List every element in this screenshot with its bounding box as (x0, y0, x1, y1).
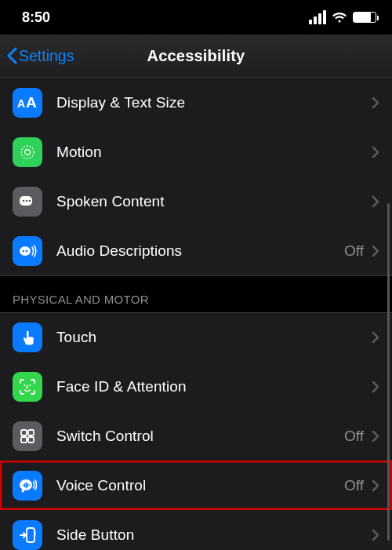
row-side-button[interactable]: Side Button (0, 510, 392, 550)
row-detail: Off (344, 242, 364, 260)
chevron-right-icon (372, 331, 379, 344)
row-audio-descriptions[interactable]: Audio Descriptions Off (0, 226, 392, 275)
svg-point-10 (26, 250, 28, 252)
row-detail: Off (344, 428, 364, 445)
row-switch-control[interactable]: Switch Control Off (0, 411, 392, 461)
row-detail: Off (344, 477, 364, 494)
row-spoken-content[interactable]: Spoken Content (0, 177, 392, 226)
svg-point-12 (30, 384, 31, 386)
svg-point-3 (25, 149, 31, 155)
chevron-right-icon (372, 430, 379, 443)
text-size-icon: AA (13, 88, 42, 118)
row-touch[interactable]: Touch (0, 312, 392, 362)
chevron-right-icon (372, 529, 379, 541)
audio-descriptions-icon (13, 236, 42, 266)
chevron-right-icon (372, 381, 379, 393)
section-header-physical-motor: PHYSICAL AND MOTOR (0, 275, 392, 312)
spoken-content-icon (13, 187, 42, 217)
wifi-icon (332, 12, 347, 24)
svg-rect-15 (21, 437, 27, 443)
settings-screen: 8:50 Settings Accessibility AA Display &… (0, 0, 392, 550)
row-label: Side Button (56, 526, 372, 544)
chevron-right-icon (372, 146, 379, 158)
nav-bar: Settings Accessibility (0, 35, 392, 78)
page-title: Accessibility (147, 47, 245, 65)
svg-point-11 (24, 384, 26, 386)
status-indicators (309, 10, 376, 24)
row-label: Spoken Content (56, 193, 372, 210)
status-time: 8:50 (22, 9, 50, 26)
row-faceid-attention[interactable]: Face ID & Attention (0, 362, 392, 411)
row-display-text-size[interactable]: AA Display & Text Size (0, 78, 392, 127)
row-label: Audio Descriptions (56, 242, 344, 260)
svg-text:A: A (26, 95, 37, 111)
row-label: Switch Control (56, 428, 344, 445)
chevron-right-icon (372, 97, 379, 109)
touch-icon (13, 322, 42, 352)
svg-point-9 (23, 250, 25, 252)
svg-rect-13 (21, 430, 27, 435)
side-button-icon (13, 520, 42, 550)
svg-rect-14 (28, 430, 34, 435)
svg-point-5 (23, 199, 25, 202)
svg-point-2 (21, 146, 34, 158)
back-label: Settings (19, 47, 74, 65)
cellular-icon (309, 10, 326, 24)
row-voice-control[interactable]: Voice Control Off (0, 461, 392, 510)
row-label: Motion (56, 144, 372, 161)
svg-rect-16 (28, 437, 34, 443)
row-label: Display & Text Size (56, 94, 372, 111)
row-label: Voice Control (56, 477, 344, 494)
row-label: Face ID & Attention (56, 378, 372, 395)
chevron-left-icon (6, 47, 17, 64)
settings-list: AA Display & Text Size Motion Spoken (0, 78, 392, 550)
row-motion[interactable]: Motion (0, 127, 392, 177)
battery-icon (353, 12, 376, 23)
chevron-right-icon (372, 479, 379, 492)
status-bar: 8:50 (0, 0, 392, 35)
chevron-right-icon (372, 195, 379, 208)
svg-point-8 (20, 246, 31, 256)
motion-icon (13, 137, 42, 167)
row-label: Touch (56, 329, 372, 346)
svg-point-6 (26, 199, 28, 202)
svg-rect-18 (27, 528, 34, 542)
scroll-indicator (387, 203, 390, 541)
switch-control-icon (13, 421, 42, 451)
chevron-right-icon (372, 245, 379, 257)
svg-text:A: A (17, 97, 25, 110)
faceid-icon (13, 372, 42, 402)
back-button[interactable]: Settings (6, 47, 74, 65)
svg-point-7 (29, 199, 31, 202)
voice-control-icon (13, 471, 42, 501)
